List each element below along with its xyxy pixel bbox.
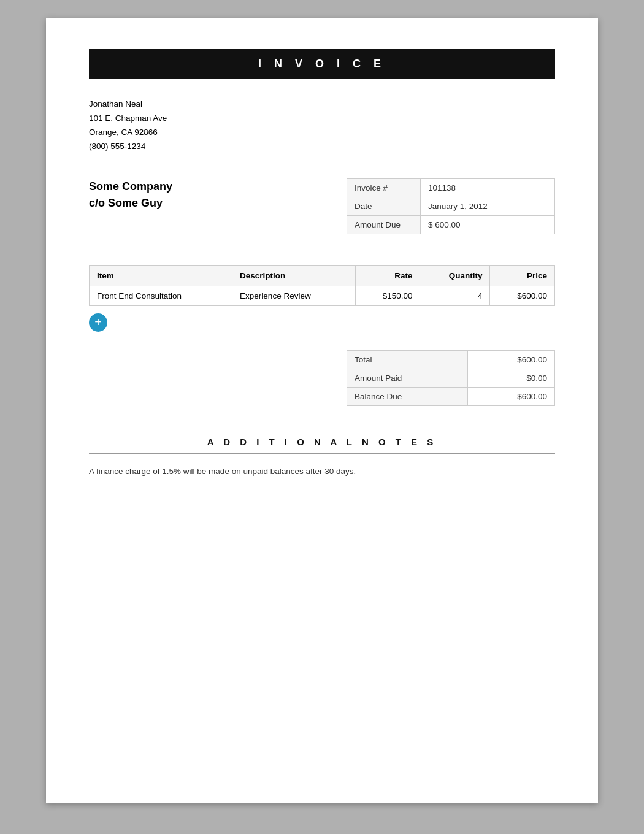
- invoice-value: 101138: [421, 178, 555, 197]
- date-label: Date: [347, 197, 421, 215]
- add-row-button[interactable]: +: [89, 313, 107, 332]
- notes-header: A D D I T I O N A L N O T E S: [89, 437, 555, 454]
- from-address2: Orange, CA 92866: [89, 126, 555, 140]
- cell-description: Experience Review: [232, 286, 356, 305]
- meta-row-date: Date January 1, 2012: [347, 197, 555, 215]
- bill-section: Some Company c/o Some Guy Invoice # 1011…: [89, 178, 555, 234]
- cell-price: $600.00: [490, 286, 555, 305]
- invoice-page: I N V O I C E Jonathan Neal 101 E. Chapm…: [46, 18, 598, 803]
- col-item: Item: [90, 265, 232, 286]
- balance-due-value: $600.00: [467, 387, 554, 405]
- amount-paid-label: Amount Paid: [347, 369, 468, 387]
- meta-row-amount-due: Amount Due $ 600.00: [347, 215, 555, 234]
- add-icon: +: [94, 315, 102, 329]
- total-value: $600.00: [467, 350, 554, 369]
- totals-section: Total $600.00 Amount Paid $0.00 Balance …: [89, 350, 555, 406]
- cell-quantity: 4: [420, 286, 490, 305]
- amount-due-value: $ 600.00: [421, 215, 555, 234]
- balance-due-row: Balance Due $600.00: [347, 387, 555, 405]
- from-address: Jonathan Neal 101 E. Chapman Ave Orange,…: [89, 98, 555, 154]
- total-label: Total: [347, 350, 468, 369]
- cell-item: Front End Consultation: [90, 286, 232, 305]
- col-price: Price: [490, 265, 555, 286]
- from-name: Jonathan Neal: [89, 98, 555, 112]
- notes-section: A D D I T I O N A L N O T E S A finance …: [89, 437, 555, 478]
- bill-contact: c/o Some Guy: [89, 195, 172, 212]
- totals-table: Total $600.00 Amount Paid $0.00 Balance …: [347, 350, 555, 406]
- total-row: Total $600.00: [347, 350, 555, 369]
- table-header-row: Item Description Rate Quantity Price: [90, 265, 555, 286]
- table-row: Front End Consultation Experience Review…: [90, 286, 555, 305]
- items-table: Item Description Rate Quantity Price Fro…: [89, 265, 555, 306]
- bill-company: Some Company: [89, 178, 172, 195]
- from-address1: 101 E. Chapman Ave: [89, 112, 555, 126]
- col-rate: Rate: [355, 265, 420, 286]
- balance-due-label: Balance Due: [347, 387, 468, 405]
- invoice-label: Invoice #: [347, 178, 421, 197]
- invoice-title: I N V O I C E: [258, 58, 386, 70]
- col-quantity: Quantity: [420, 265, 490, 286]
- amount-due-label: Amount Due: [347, 215, 421, 234]
- amount-paid-value: $0.00: [467, 369, 554, 387]
- cell-rate: $150.00: [355, 286, 420, 305]
- meta-table: Invoice # 101138 Date January 1, 2012 Am…: [347, 178, 555, 234]
- notes-text: A finance charge of 1.5% will be made on…: [89, 465, 555, 478]
- col-description: Description: [232, 265, 356, 286]
- amount-paid-row: Amount Paid $0.00: [347, 369, 555, 387]
- from-phone: (800) 555-1234: [89, 140, 555, 154]
- bill-to: Some Company c/o Some Guy: [89, 178, 172, 212]
- invoice-header: I N V O I C E: [89, 49, 555, 79]
- date-value: January 1, 2012: [421, 197, 555, 215]
- meta-row-invoice: Invoice # 101138: [347, 178, 555, 197]
